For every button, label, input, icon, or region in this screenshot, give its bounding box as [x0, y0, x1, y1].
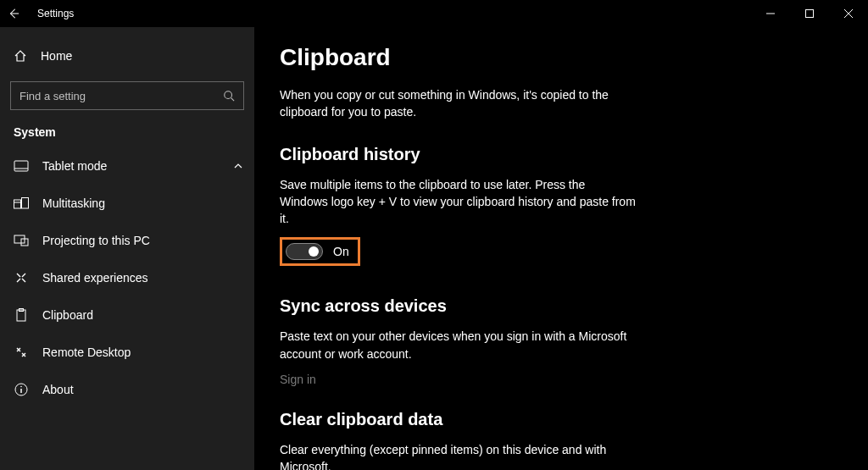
- close-button[interactable]: [829, 0, 868, 27]
- clear-heading: Clear clipboard data: [280, 410, 843, 429]
- about-icon: [14, 383, 29, 396]
- sidebar-item-shared-experiences[interactable]: Shared experiences: [0, 259, 254, 296]
- sidebar-item-label: Projecting to this PC: [42, 234, 150, 247]
- search-box[interactable]: [10, 81, 244, 110]
- sign-in-link[interactable]: Sign in: [280, 373, 843, 386]
- back-button[interactable]: [0, 0, 27, 27]
- sidebar-item-label: Clipboard: [42, 308, 93, 322]
- maximize-button[interactable]: [790, 0, 829, 27]
- sidebar-item-clipboard[interactable]: Clipboard: [0, 296, 254, 334]
- window-title: Settings: [37, 8, 74, 19]
- minimize-button[interactable]: [751, 0, 790, 27]
- svg-rect-6: [14, 161, 28, 171]
- sync-desc: Paste text on your other devices when yo…: [280, 328, 636, 362]
- sidebar-item-label: Multitasking: [42, 196, 105, 210]
- sidebar-item-remote-desktop[interactable]: Remote Desktop: [0, 334, 254, 371]
- clipboard-history-toggle[interactable]: [286, 243, 323, 260]
- maximize-icon: [805, 9, 814, 18]
- clear-desc: Clear everything (except pinned items) o…: [280, 441, 636, 470]
- remote-desktop-icon: [14, 346, 29, 359]
- toggle-state-label: On: [333, 245, 349, 258]
- clipboard-history-toggle-highlight: On: [280, 237, 360, 266]
- sync-heading: Sync across devices: [280, 296, 843, 316]
- sidebar-item-label: About: [42, 383, 74, 396]
- content-pane: Clipboard When you copy or cut something…: [254, 27, 868, 470]
- home-label: Home: [41, 49, 72, 63]
- clipboard-history-desc: Save multiple items to the clipboard to …: [280, 176, 636, 228]
- multitasking-icon: [14, 197, 29, 209]
- clipboard-history-heading: Clipboard history: [280, 145, 843, 164]
- search-icon: [214, 90, 243, 102]
- titlebar: Settings: [0, 0, 868, 27]
- sidebar-item-tablet-mode[interactable]: Tablet mode: [0, 147, 254, 185]
- page-title: Clipboard: [280, 44, 843, 71]
- close-icon: [844, 9, 853, 18]
- svg-rect-1: [806, 10, 814, 18]
- sidebar-item-projecting[interactable]: Projecting to this PC: [0, 222, 254, 259]
- sidebar-item-label: Shared experiences: [42, 271, 148, 285]
- projecting-icon: [14, 235, 29, 246]
- home-icon: [14, 49, 27, 63]
- shared-icon: [14, 271, 29, 285]
- arrow-left-icon: [8, 8, 19, 19]
- clipboard-icon: [14, 308, 29, 322]
- toggle-knob: [309, 246, 319, 257]
- sidebar-item-label: Tablet mode: [42, 159, 107, 173]
- svg-rect-8: [14, 200, 21, 208]
- tablet-icon: [14, 160, 29, 172]
- sidebar-item-label: Remote Desktop: [42, 346, 131, 359]
- svg-rect-9: [22, 198, 29, 209]
- svg-line-5: [231, 98, 235, 102]
- search-input[interactable]: [11, 90, 214, 102]
- svg-point-4: [225, 91, 232, 99]
- home-button[interactable]: Home: [0, 42, 254, 69]
- page-intro: When you copy or cut something in Window…: [280, 86, 619, 121]
- minimize-icon: [766, 9, 775, 18]
- nav-list: Tablet mode Multitasking Projecting to t…: [0, 147, 254, 408]
- sidebar-item-multitasking[interactable]: Multitasking: [0, 185, 254, 222]
- chevron-up-icon: [234, 163, 242, 169]
- category-label: System: [0, 110, 254, 147]
- sidebar: Home System Tablet mode: [0, 27, 254, 470]
- sidebar-item-about[interactable]: About: [0, 371, 254, 408]
- svg-point-17: [20, 386, 22, 388]
